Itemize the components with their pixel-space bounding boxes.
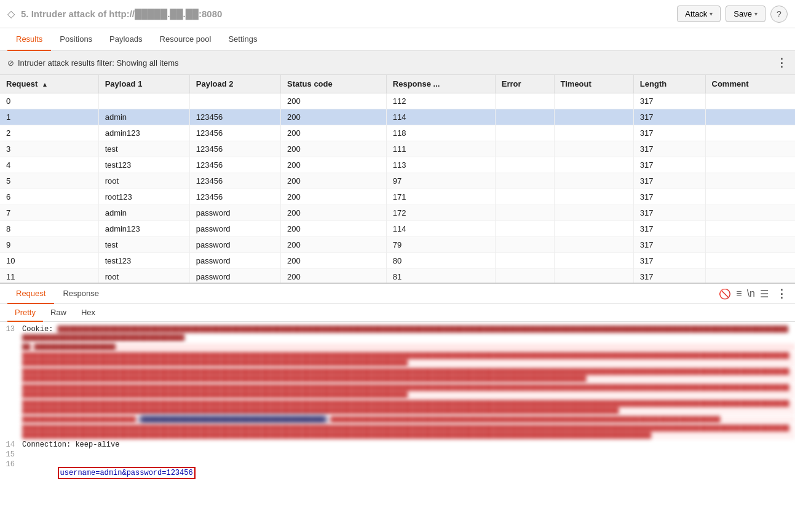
table-row[interactable]: 5root12345620097317 — [0, 173, 795, 189]
filter-more-button[interactable]: ⋮ — [776, 56, 788, 69]
table-cell: 111 — [386, 141, 495, 157]
table-cell — [554, 189, 633, 205]
table-cell — [495, 253, 554, 269]
table-cell — [705, 237, 795, 253]
table-cell: 200 — [281, 109, 387, 125]
table-cell: 79 — [386, 237, 495, 253]
tab-settings[interactable]: Settings — [220, 28, 266, 51]
col-payload2[interactable]: Payload 2 — [189, 75, 280, 93]
table-cell: 4 — [0, 157, 98, 173]
col-timeout[interactable]: Timeout — [554, 75, 633, 93]
col-status[interactable]: Status code — [281, 75, 387, 93]
subtab-raw[interactable]: Raw — [43, 304, 74, 322]
table-cell: 317 — [633, 141, 705, 157]
table-cell: 6 — [0, 189, 98, 205]
table-cell: 200 — [281, 269, 387, 284]
table-cell: 317 — [633, 157, 705, 173]
bottom-more-button[interactable]: ⋮ — [776, 287, 788, 300]
table-cell — [705, 205, 795, 221]
table-cell — [705, 93, 795, 109]
table-cell — [554, 173, 633, 189]
username-value: username=admin&password=123456 — [58, 467, 196, 479]
table-row[interactable]: 11rootpassword20081317 — [0, 269, 795, 284]
table-row[interactable]: 6root123123456200171317 — [0, 189, 795, 205]
table-cell: 123456 — [189, 125, 280, 141]
col-request[interactable]: Request ▲ — [0, 75, 98, 93]
tab-resource-pool[interactable]: Resource pool — [151, 28, 220, 51]
bottom-tabs-bar: Request Response 🚫 ≡ \n ☰ ⋮ — [0, 284, 795, 304]
table-cell: 200 — [281, 205, 387, 221]
table-cell: admin123 — [98, 221, 189, 237]
table-cell — [495, 237, 554, 253]
list-icon[interactable]: ≡ — [736, 288, 742, 299]
tab-payloads[interactable]: Payloads — [101, 28, 151, 51]
tab-positions[interactable]: Positions — [51, 28, 101, 51]
attack-button[interactable]: Attack ▾ — [677, 6, 721, 22]
col-error[interactable]: Error — [495, 75, 554, 93]
table-cell: admin — [98, 205, 189, 221]
table-cell: 114 — [386, 221, 495, 237]
table-cell: 9 — [0, 237, 98, 253]
save-button[interactable]: Save ▾ — [726, 6, 765, 22]
subtab-pretty[interactable]: Pretty — [7, 304, 43, 322]
table-cell: 172 — [386, 205, 495, 221]
col-length[interactable]: Length — [633, 75, 705, 93]
table-cell — [495, 205, 554, 221]
table-cell: 317 — [633, 93, 705, 109]
table-cell — [705, 221, 795, 237]
table-cell: 112 — [386, 93, 495, 109]
main-tabs: Results Positions Payloads Resource pool… — [0, 28, 795, 51]
table-cell — [705, 253, 795, 269]
table-cell: 317 — [633, 125, 705, 141]
newline-icon[interactable]: \n — [747, 288, 755, 299]
table-cell: 200 — [281, 189, 387, 205]
table-cell: 200 — [281, 253, 387, 269]
header-buttons: Attack ▾ Save ▾ ? — [677, 6, 788, 23]
table-cell: root — [98, 173, 189, 189]
filter-bar: ⊘ Intruder attack results filter: Showin… — [0, 51, 795, 75]
col-comment[interactable]: Comment — [705, 75, 795, 93]
table-cell: 123456 — [189, 141, 280, 157]
results-table: Request ▲ Payload 1 Payload 2 Status cod… — [0, 75, 795, 284]
table-row[interactable]: 1admin123456200114317 — [0, 109, 795, 125]
table-row[interactable]: 7adminpassword200172317 — [0, 205, 795, 221]
eye-slash-icon[interactable]: 🚫 — [719, 288, 731, 300]
table-cell: test — [98, 141, 189, 157]
table-cell: 200 — [281, 173, 387, 189]
table-cell — [554, 109, 633, 125]
table-cell: 317 — [633, 189, 705, 205]
table-cell: admin — [98, 109, 189, 125]
table-row[interactable]: 4test123123456200113317 — [0, 157, 795, 173]
intruder-icon: ◇ — [7, 8, 15, 20]
help-button[interactable]: ? — [770, 6, 788, 23]
table-cell — [495, 157, 554, 173]
table-cell — [554, 269, 633, 284]
table-cell: 200 — [281, 157, 387, 173]
table-row[interactable]: 9testpassword20079317 — [0, 237, 795, 253]
tab-response[interactable]: Response — [54, 284, 108, 304]
bottom-panel: Request Response 🚫 ≡ \n ☰ ⋮ Pretty Raw H… — [0, 284, 795, 532]
line-14: 14 Connection: keep-alive — [0, 440, 795, 450]
table-cell: admin123 — [98, 125, 189, 141]
table-cell: 81 — [386, 269, 495, 284]
tab-request[interactable]: Request — [7, 284, 54, 304]
col-response[interactable]: Response ... — [386, 75, 495, 93]
subtab-hex[interactable]: Hex — [74, 304, 103, 322]
table-row[interactable]: 8admin123password200114317 — [0, 221, 795, 237]
line-blurred-5: ████████████████████████████ ███████████… — [0, 415, 795, 424]
table-cell: 97 — [386, 173, 495, 189]
menu-icon[interactable]: ☰ — [760, 288, 769, 300]
table-row[interactable]: 10test123password20080317 — [0, 253, 795, 269]
line-13b: ██ ████████████████████ — [0, 343, 795, 351]
col-payload1[interactable]: Payload 1 — [98, 75, 189, 93]
table-cell: 7 — [0, 205, 98, 221]
table-row[interactable]: 0200112317 — [0, 93, 795, 109]
table-cell — [554, 237, 633, 253]
table-row[interactable]: 2admin123123456200118317 — [0, 125, 795, 141]
bottom-panel-icons: 🚫 ≡ \n ☰ — [719, 288, 771, 300]
tab-results[interactable]: Results — [7, 28, 51, 51]
table-row[interactable]: 3test123456200111317 — [0, 141, 795, 157]
table-cell: root — [98, 269, 189, 284]
table-cell — [98, 93, 189, 109]
line-blurred-2: ████████████████████████████████████████… — [0, 367, 795, 383]
